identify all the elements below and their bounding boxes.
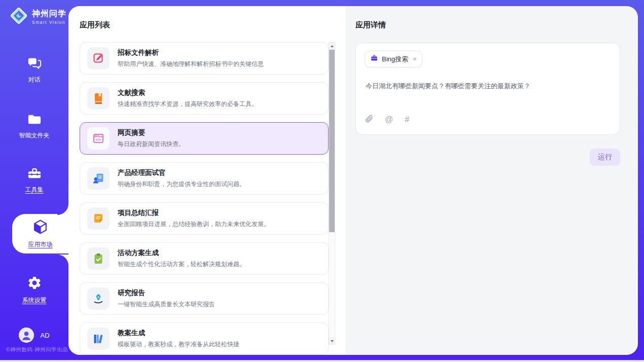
scrollbar-up-button[interactable] — [329, 43, 335, 49]
cube-icon — [32, 219, 49, 237]
mention-icon[interactable]: @ — [385, 115, 393, 124]
tag-close-icon[interactable]: × — [413, 55, 417, 63]
sidebar-item-smart-folder[interactable]: 智能文件夹 — [0, 113, 68, 140]
tool-tag-label: Bing搜索 — [382, 55, 408, 64]
app-card-title: 产品经理面试官 — [118, 168, 245, 177]
svg-text:</>: </> — [96, 137, 101, 142]
scrollbar-thumb[interactable] — [329, 50, 335, 232]
sidebar-item-toolset[interactable]: 工具集 — [0, 166, 68, 194]
window-bottom-edge — [0, 360, 644, 362]
app-card-lesson-plan[interactable]: 教案生成 模板驱动，教案秒成，教学准备从此轻松快捷 — [80, 322, 329, 355]
briefcase-icon — [370, 54, 378, 64]
app-card-event-plan[interactable]: 活动方案生成 智能生成个性化活动方案，轻松解决规划难题。 — [80, 242, 329, 275]
app-card-title: 招标文件解析 — [118, 48, 264, 57]
app-detail-card: Bing搜索 × 今日湖北有哪些新闻要点？有哪些需要关注的最新政策？ @ # — [355, 43, 620, 135]
app-list-title: 应用列表 — [80, 20, 110, 30]
bubble-notch-top — [57, 204, 68, 215]
app-list: 招标文件解析 帮助用户快速、准确地理解和解析招标书中的关键信息 文献搜索 快速精… — [80, 42, 329, 355]
app-card-description: 帮助用户快速、准确地理解和解析招标书中的关键信息 — [118, 60, 264, 68]
user-account[interactable]: AD — [0, 328, 68, 343]
book-icon — [87, 87, 110, 110]
app-card-research-report[interactable]: 研究报告 一键智能生成高质量长文本研究报告 — [80, 282, 329, 315]
app-card-description: 模板驱动，教案秒成，教学准备从此轻松快捷 — [118, 340, 239, 349]
brand-name: 神州问学 — [32, 9, 66, 19]
run-button[interactable]: 运行 — [590, 149, 620, 166]
app-card-title: 文献搜索 — [118, 88, 258, 97]
app-card-title: 研究报告 — [118, 288, 215, 298]
run-row: 运行 — [355, 149, 620, 166]
app-detail-title: 应用详情 — [355, 20, 620, 30]
books-icon — [87, 328, 110, 350]
webpage-code-icon: </> — [87, 127, 110, 150]
app-card-pm-interviewer[interactable]: 产品经理面试官 明确身份和职责，为您提供专业性的面试问题。 — [80, 162, 329, 195]
hash-icon[interactable]: # — [405, 115, 409, 124]
sticky-note-icon — [87, 207, 110, 230]
app-detail-panel: 应用详情 Bing搜索 × 今日湖北有哪些新闻要点？有哪些需要关注的最新政策？ — [345, 6, 638, 355]
sidebar-item-label: 应用市场 — [28, 240, 53, 249]
app-card-description: 智能生成个性化活动方案，轻松解决规划难题。 — [118, 260, 245, 269]
app-card-literature-search[interactable]: 文献搜索 快速精准查找学术资源，提高研究效率的必备工具。 — [80, 82, 329, 115]
clipboard-check-icon — [87, 247, 110, 270]
app-card-title: 项目总结汇报 — [118, 208, 270, 218]
sidebar-footer: ©神州数码·神州问学出品 — [6, 346, 68, 353]
gear-icon — [27, 275, 42, 293]
sidebar-item-chat[interactable]: 对话 — [0, 56, 68, 84]
brand-logo: 神州问学 Smart Vision — [9, 6, 66, 27]
app-list-scrollbar[interactable] — [329, 42, 335, 345]
app-card-description: 明确身份和职责，为您提供专业性的面试问题。 — [118, 180, 245, 189]
folder-icon — [27, 113, 42, 128]
interviewer-icon — [87, 167, 110, 190]
prompt-text[interactable]: 今日湖北有哪些新闻要点？有哪些需要关注的最新政策？ — [366, 81, 610, 91]
app-card-title: 教案生成 — [118, 329, 239, 338]
brand-subtitle: Smart Vision — [32, 20, 66, 25]
app-card-description: 全面回顾项目进展，总结经验教训，助力未来优化发展。 — [118, 220, 270, 229]
sidebar-item-app-market-button[interactable]: 应用市场 — [12, 214, 68, 254]
composer-toolbar: @ # — [365, 114, 611, 125]
sidebar-item-label: 对话 — [28, 76, 41, 84]
scrollbar-down-button[interactable] — [329, 338, 335, 344]
pen-nib-icon — [87, 287, 110, 310]
app-card-tender-parse[interactable]: 招标文件解析 帮助用户快速、准确地理解和解析招标书中的关键信息 — [80, 42, 329, 75]
tool-tag-bing-search[interactable]: Bing搜索 × — [365, 51, 422, 67]
app-card-description: 快速精准查找学术资源，提高研究效率的必备工具。 — [118, 100, 258, 108]
app-card-description: 一键智能生成高质量长文本研究报告 — [118, 300, 215, 309]
app-card-description: 每日政府新闻资讯快查。 — [118, 140, 185, 149]
app-card-project-summary[interactable]: 项目总结汇报 全面回顾项目进展，总结经验教训，助力未来优化发展。 — [80, 202, 329, 235]
sidebar-item-label: 系统设置 — [22, 296, 47, 305]
sidebar: 神州问学 Smart Vision 对话 智能文件夹 — [0, 0, 68, 362]
sidebar-item-settings[interactable]: 系统设置 — [0, 275, 68, 305]
paperclip-icon[interactable] — [365, 114, 373, 125]
toolbox-icon — [27, 166, 42, 182]
content-area: 应用列表 招标文件解析 帮助用户快速、准确地理解和解析招标书中的关键信息 — [68, 6, 638, 355]
tender-edit-icon — [87, 47, 110, 69]
chat-icon — [27, 56, 42, 72]
app-card-title: 网页摘要 — [118, 128, 185, 137]
diamond-logo-icon — [9, 6, 28, 27]
app-card-webpage-summary[interactable]: </> 网页摘要 每日政府新闻资讯快查。 — [80, 122, 329, 155]
sidebar-item-label: 智能文件夹 — [19, 131, 50, 140]
bubble-notch-bottom — [57, 255, 68, 266]
person-avatar-icon — [19, 328, 34, 343]
app-list-panel: 应用列表 招标文件解析 帮助用户快速、准确地理解和解析招标书中的关键信息 — [68, 6, 345, 355]
user-initials: AD — [40, 332, 49, 339]
sidebar-item-app-market: 应用市场 — [0, 213, 68, 255]
sidebar-item-label: 工具集 — [25, 186, 44, 194]
app-card-title: 活动方案生成 — [118, 248, 245, 258]
